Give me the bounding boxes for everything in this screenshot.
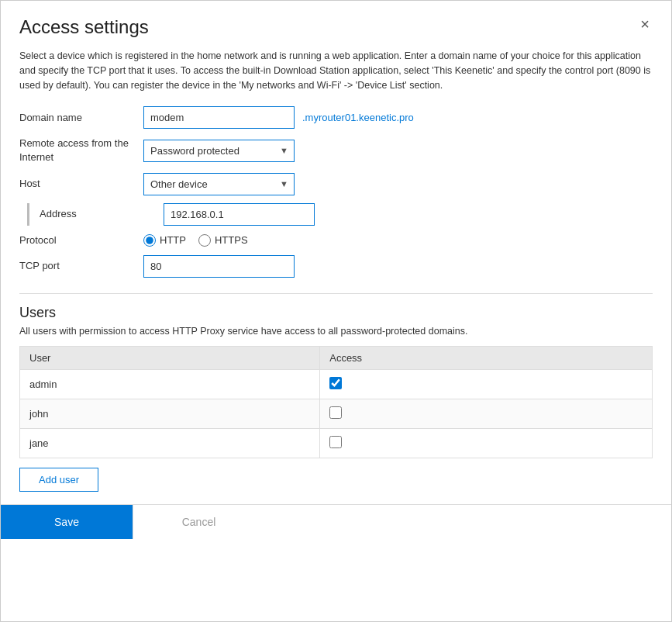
section-divider: [19, 293, 653, 294]
host-label: Host: [19, 177, 143, 191]
description-text: Select a device which is registered in t…: [19, 49, 653, 92]
http-radio[interactable]: [143, 234, 156, 247]
remote-access-row: Remote access from the Internet Password…: [19, 136, 653, 164]
user-name-cell: admin: [20, 369, 320, 399]
table-row: john: [20, 399, 653, 428]
access-cell: [320, 369, 653, 399]
dialog-header: Access settings ×: [19, 16, 653, 38]
address-container: Address: [19, 203, 653, 226]
http-radio-option[interactable]: HTTP: [143, 234, 186, 247]
form-section: Domain name .myrouter01.keenetic.pro Rem…: [19, 106, 653, 278]
protocol-radio-group: HTTP HTTPS: [143, 234, 248, 247]
access-checkbox[interactable]: [329, 377, 342, 389]
table-row: admin: [20, 369, 653, 399]
address-row: Address: [40, 203, 653, 226]
protocol-row: Protocol HTTP HTTPS: [19, 233, 653, 247]
domain-suffix: .myrouter01.keenetic.pro: [302, 112, 414, 123]
users-section-title: Users: [19, 305, 653, 321]
users-table: User Access admin john jane: [19, 346, 653, 458]
domain-name-row: Domain name .myrouter01.keenetic.pro: [19, 106, 653, 129]
protocol-label: Protocol: [19, 233, 143, 247]
remote-access-select-wrapper: Password protected Open access Disabled …: [143, 140, 295, 162]
table-row: jane: [20, 428, 653, 458]
address-input[interactable]: [164, 203, 315, 226]
tcp-port-input[interactable]: [143, 255, 295, 278]
users-description: All users with permission to access HTTP…: [19, 326, 653, 337]
access-checkbox[interactable]: [329, 406, 342, 419]
cancel-button[interactable]: Cancel: [133, 505, 264, 539]
http-label: HTTP: [160, 234, 186, 246]
https-radio-option[interactable]: HTTPS: [198, 234, 248, 247]
access-settings-dialog: Access settings × Select a device which …: [0, 0, 672, 622]
remote-access-label: Remote access from the Internet: [19, 136, 143, 164]
access-cell: [320, 399, 653, 428]
remote-access-select[interactable]: Password protected Open access Disabled: [143, 140, 295, 162]
dialog-title: Access settings: [19, 16, 149, 38]
address-label: Address: [40, 207, 164, 221]
domain-name-label: Domain name: [19, 111, 143, 125]
host-select[interactable]: Other device This Keenetic: [143, 173, 295, 195]
users-section: Users All users with permission to acces…: [19, 305, 653, 492]
domain-name-input[interactable]: [143, 106, 295, 129]
access-column-header: Access: [320, 346, 653, 369]
host-row: Host Other device This Keenetic ▼: [19, 173, 653, 195]
indent-bar: [27, 203, 29, 226]
add-user-button[interactable]: Add user: [19, 468, 98, 492]
table-header-row: User Access: [20, 346, 653, 369]
https-label: HTTPS: [215, 234, 248, 246]
tcp-port-label: TCP port: [19, 259, 143, 273]
tcp-port-row: TCP port: [19, 255, 653, 278]
access-cell: [320, 428, 653, 458]
https-radio[interactable]: [198, 234, 211, 247]
access-checkbox[interactable]: [329, 436, 342, 448]
user-name-cell: jane: [20, 428, 320, 458]
dialog-footer: Save Cancel: [1, 504, 671, 539]
close-button[interactable]: ×: [637, 16, 653, 32]
user-name-cell: john: [20, 399, 320, 428]
save-button[interactable]: Save: [1, 505, 133, 539]
user-column-header: User: [20, 346, 320, 369]
host-select-wrapper: Other device This Keenetic ▼: [143, 173, 295, 195]
